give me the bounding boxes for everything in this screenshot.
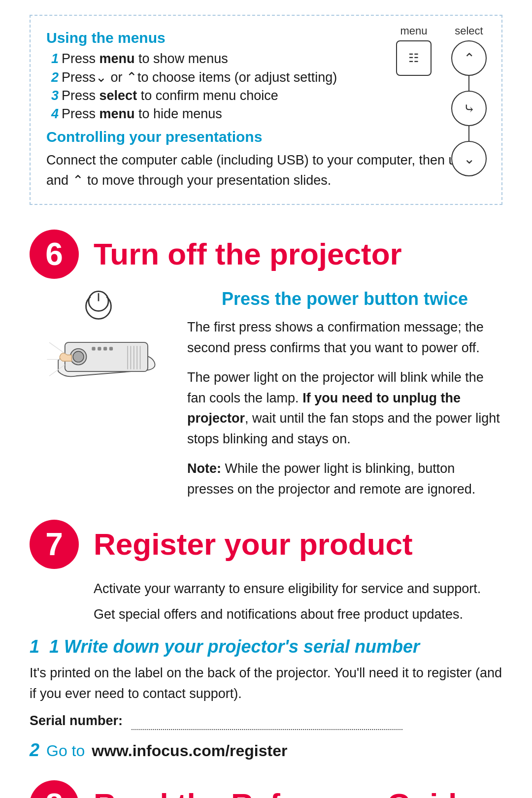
step7-section: 7 Register your product Activate your wa…: [30, 520, 502, 761]
svg-rect-7: [103, 347, 107, 350]
svg-line-14: [49, 342, 65, 354]
step6-section: 6 Turn off the projector: [30, 230, 502, 500]
step6-para1: The first press shows a confirmation mes…: [187, 317, 502, 359]
substep2-text: Go to: [46, 742, 85, 760]
step7-circle: 7: [30, 520, 79, 569]
step6-header: 6 Turn off the projector: [30, 230, 502, 279]
substep1-label: 1 Write down your projector's serial num…: [49, 636, 420, 657]
select-label: select: [455, 25, 483, 37]
up-button: ⌃: [451, 40, 487, 76]
projector-image: [30, 289, 167, 387]
step8-title: Read the Reference Guide: [94, 788, 474, 798]
serial-dots: [132, 714, 402, 730]
step7-para1: Activate your warranty to ensure eligibi…: [94, 579, 502, 599]
svg-rect-6: [98, 347, 101, 350]
serial-label: Serial number:: [30, 713, 123, 728]
connector-top: [468, 76, 470, 91]
substep1-title: 1 1 Write down your projector's serial n…: [30, 636, 502, 657]
svg-rect-8: [109, 347, 113, 350]
select-button: ⤷: [451, 91, 487, 126]
substep2: 2 Go to www.infocus.com/register: [30, 740, 502, 761]
menu-label: menu: [400, 25, 427, 37]
serial-line: Serial number:: [30, 713, 502, 730]
step7-title: Register your product: [94, 528, 413, 561]
substep2-url: www.infocus.com/register: [92, 742, 287, 760]
projector-svg: [34, 289, 163, 387]
step7-para2: Get special offers and notifications abo…: [94, 604, 502, 625]
substep1-num: 1: [30, 636, 39, 657]
menu-button: ☷: [396, 40, 432, 76]
step7-header: 7 Register your product: [30, 520, 502, 569]
step8-section: 8 Read the Reference Guide Insert the CD…: [30, 780, 502, 798]
substep2-num: 2: [30, 740, 39, 761]
step6-circle: 6: [30, 230, 79, 279]
step6-text-content: Press the power button twice The first p…: [187, 289, 502, 500]
svg-point-4: [73, 351, 84, 362]
step6-para2: The power light on the projector will bl…: [187, 367, 502, 450]
step6-subtitle: Press the power button twice: [187, 289, 502, 309]
step6-note: Note: While the power light is blinking,…: [187, 459, 502, 500]
step6-title: Turn off the projector: [94, 237, 402, 271]
info-box: menu ☷ select ⌃ ⤷ ⌄ Using the menus 1Pre…: [30, 15, 502, 205]
step6-content: Press the power button twice The first p…: [30, 289, 502, 500]
step8-header: 8 Read the Reference Guide: [30, 780, 502, 798]
down-button: ⌄: [451, 141, 487, 176]
svg-rect-5: [92, 347, 95, 350]
substep1-para: It's printed on the label on the back of…: [30, 663, 502, 704]
control-diagram: menu ☷ select ⌃ ⤷ ⌄: [396, 25, 487, 176]
step7-content: Activate your warranty to ensure eligibi…: [94, 579, 502, 625]
connector-bottom: [468, 126, 470, 141]
step8-circle: 8: [30, 780, 79, 798]
